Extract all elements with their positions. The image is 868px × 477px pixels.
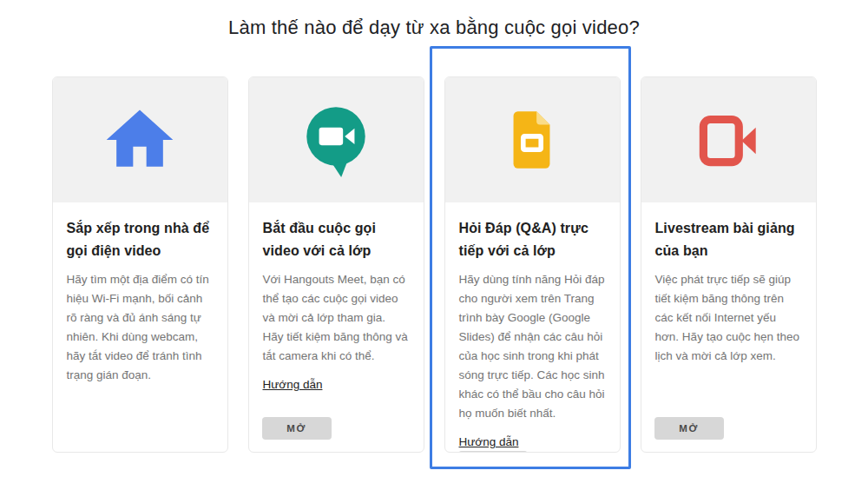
cards-row: Sắp xếp trong nhà để gọi điện video Hãy … [0,76,868,453]
card-qa-live: Hỏi Đáp (Q&A) trực tiếp với cả lớp Hãy d… [444,76,621,453]
guide-link[interactable]: Hướng dẫn [459,434,519,451]
open-button[interactable]: MỞ [458,451,528,453]
card-body: Bắt đầu cuộc gọi video với cả lớp Với Ha… [249,202,424,417]
card-body: Hỏi Đáp (Q&A) trực tiếp với cả lớp Hãy d… [445,202,620,451]
card-heading: Hỏi Đáp (Q&A) trực tiếp với cả lớp [459,217,606,262]
hangouts-meet-icon [296,100,376,180]
card-icon-area [445,77,620,202]
card-start-video-call: Bắt đầu cuộc gọi video với cả lớp Với Ha… [248,76,424,453]
card: Bắt đầu cuộc gọi video với cả lớp Với Ha… [248,76,424,453]
card-heading: Livestream bài giảng của bạn [655,217,802,262]
card-text: Việc phát trực tiếp sẽ giúp tiết kiệm bă… [655,270,802,366]
card-body: Sắp xếp trong nhà để gọi điện video Hãy … [53,202,227,452]
open-button[interactable]: MỞ [654,417,724,440]
card: Sắp xếp trong nhà để gọi điện video Hãy … [52,76,228,453]
card-livestream: Livestream bài giảng của bạn Việc phát t… [641,76,817,453]
home-icon [100,100,180,180]
card: Livestream bài giảng của bạn Việc phát t… [641,76,817,453]
card-text: Với Hangouts Meet, bạn có thể tạo các cu… [263,270,410,366]
guide-link[interactable]: Hướng dẫn [263,376,323,394]
card-footer: MỞ [641,417,816,452]
card-footer: MỞ [445,451,620,453]
card-body: Livestream bài giảng của bạn Việc phát t… [641,202,816,417]
google-slides-icon [492,100,572,180]
card-icon-area [641,77,816,202]
card: Hỏi Đáp (Q&A) trực tiếp với cả lớp Hãy d… [444,76,621,453]
page-title: Làm thế nào để dạy từ xa bằng cuộc gọi v… [0,14,868,42]
card-text: Hãy dùng tính năng Hỏi đáp cho người xem… [459,270,606,423]
card-icon-area [249,77,424,202]
card-heading: Bắt đầu cuộc gọi video với cả lớp [263,217,410,262]
card-heading: Sắp xếp trong nhà để gọi điện video [67,217,214,262]
card-icon-area [53,77,227,202]
livestream-camera-icon [688,100,768,180]
open-button[interactable]: MỞ [262,417,332,440]
card-setup-home: Sắp xếp trong nhà để gọi điện video Hãy … [52,76,228,453]
card-footer: MỞ [249,417,424,452]
card-text: Hãy tìm một địa điểm có tín hiệu Wi-Fi m… [67,270,214,385]
